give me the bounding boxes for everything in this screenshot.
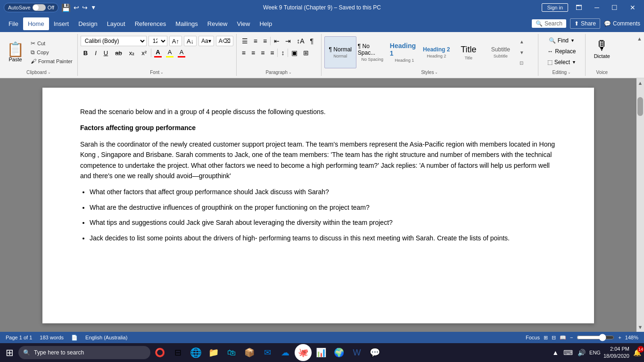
scrollbar[interactable]: ▲ ▼ — [636, 78, 644, 332]
align-left-button[interactable]: ≡ — [239, 48, 248, 58]
numbered-list-button[interactable]: ≡ — [251, 36, 260, 46]
view-read-icon[interactable]: 📖 — [560, 335, 566, 341]
select-button[interactable]: ⬚ Select ▼ — [545, 58, 579, 67]
change-case-button[interactable]: Aa▾ — [198, 36, 214, 46]
taskbar-chrome[interactable]: 🌍 — [330, 344, 347, 361]
document-scroll[interactable]: Read the scenario below and in a group o… — [0, 78, 636, 332]
menu-design[interactable]: Design — [74, 17, 102, 30]
taskbar-search-box[interactable]: 🔍 Type here to search — [18, 346, 150, 359]
keyboard-icon[interactable]: ⌨ — [562, 348, 574, 357]
menu-help[interactable]: Help — [255, 17, 277, 30]
line-spacing-button[interactable]: ↕ — [279, 48, 287, 58]
text-color-button[interactable]: A — [176, 48, 187, 58]
strikethrough-button[interactable]: ab — [112, 48, 124, 58]
document-page[interactable]: Read the scenario below and in a group o… — [42, 88, 594, 323]
multilevel-list-button[interactable]: ≡ — [261, 36, 269, 46]
styles-scroll-down[interactable]: ▼ — [519, 49, 525, 56]
font-grow-button[interactable]: A↑ — [169, 36, 182, 46]
up-arrow-icon[interactable]: ▲ — [551, 348, 560, 357]
dictate-button[interactable]: 🎙 Dictate — [592, 36, 612, 61]
undo-icon[interactable]: ↩ — [74, 4, 79, 11]
align-center-button[interactable]: ≡ — [249, 48, 257, 58]
font-shrink-button[interactable]: A↓ — [184, 36, 197, 46]
menu-mailings[interactable]: Mailings — [171, 17, 203, 30]
menu-view[interactable]: View — [232, 17, 255, 30]
replace-button[interactable]: ↔ Replace — [545, 47, 578, 56]
align-right-button[interactable]: ≡ — [258, 48, 267, 58]
ribbon-collapse-button[interactable]: 🗔 — [571, 2, 587, 13]
italic-button[interactable]: I — [92, 48, 99, 58]
focus-label[interactable]: Focus — [526, 335, 540, 340]
language-indicator[interactable]: ENG — [589, 350, 601, 355]
style-subtitle[interactable]: Subtitle Subtitle — [485, 36, 517, 68]
taskbar-task-view[interactable]: ⊟ — [169, 344, 186, 361]
style-nospace[interactable]: ¶ No Spac... No Spacing — [356, 36, 388, 68]
taskbar-teams[interactable]: 💬 — [366, 344, 383, 361]
view-print-icon[interactable]: ⊞ — [544, 335, 548, 341]
copy-button[interactable]: ⧉ Copy — [29, 48, 74, 57]
comments-button[interactable]: 💬 Comments — [604, 20, 640, 27]
bold-button[interactable]: B — [81, 48, 91, 58]
taskbar-azure[interactable]: ☁ — [277, 344, 294, 361]
style-heading2[interactable]: Heading 2 Heading 2 — [421, 36, 453, 68]
taskbar-edge[interactable]: 🌐 — [187, 344, 204, 361]
styles-scroll-up[interactable]: ▲ — [519, 38, 525, 45]
decrease-indent-button[interactable]: ⇤ — [272, 36, 282, 46]
taskbar-github[interactable]: 🐙 — [295, 344, 312, 361]
zoom-slider[interactable] — [577, 334, 614, 341]
notification-icon[interactable]: 🔔 14 — [632, 348, 642, 357]
save-icon[interactable]: 💾 — [61, 3, 71, 12]
maximize-button[interactable]: ☐ — [607, 2, 622, 13]
format-painter-button[interactable]: 🖌 Format Painter — [29, 57, 74, 66]
clear-format-button[interactable]: A⌫ — [216, 36, 233, 46]
zoom-in-icon[interactable]: + — [618, 335, 621, 340]
zoom-level[interactable]: 148% — [625, 335, 638, 340]
minimize-button[interactable]: ─ — [590, 2, 604, 13]
increase-indent-button[interactable]: ⇥ — [283, 36, 293, 46]
ribbon-collapse-icon[interactable]: ▲ — [637, 36, 642, 41]
editing-expand-icon[interactable]: ⌄ — [568, 70, 571, 74]
paragraph-label[interactable]: Paragraph ⌄ — [239, 69, 318, 76]
find-button[interactable]: 🔍 Find ▼ — [546, 36, 578, 45]
highlight-button[interactable]: A — [165, 48, 175, 58]
scrollbar-thumb[interactable] — [637, 97, 643, 116]
search-box[interactable]: 🔍 Search — [532, 19, 566, 28]
taskbar-time[interactable]: 2:04 PM 18/09/2020 — [603, 346, 629, 360]
signin-button[interactable]: Sign in — [542, 3, 568, 12]
clipboard-expand-icon[interactable]: ⌄ — [48, 70, 51, 74]
sort-button[interactable]: ↕A — [294, 36, 306, 46]
paragraph-expand-icon[interactable]: ⌄ — [289, 70, 292, 74]
share-button[interactable]: ⬆ Share — [570, 18, 600, 29]
scroll-up-arrow[interactable]: ▲ — [636, 78, 644, 88]
menu-file[interactable]: File — [4, 17, 23, 30]
language[interactable]: English (Australia) — [85, 335, 127, 340]
menu-insert[interactable]: Insert — [49, 17, 74, 30]
font-expand-icon[interactable]: ⌄ — [160, 70, 164, 74]
styles-expand-icon[interactable]: ⌄ — [435, 70, 438, 74]
cut-button[interactable]: ✂ Cut — [29, 39, 74, 48]
paste-button[interactable]: 📋 Paste — [3, 41, 28, 64]
style-title[interactable]: Title Title — [453, 36, 485, 68]
font-label[interactable]: Font ⌄ — [81, 69, 233, 76]
scroll-down-arrow[interactable]: ▼ — [636, 322, 644, 332]
menu-review[interactable]: Review — [203, 17, 232, 30]
customize-icon[interactable]: ▼ — [91, 4, 96, 11]
autosave-button[interactable]: AutoSave Off — [4, 3, 58, 12]
start-button[interactable]: ⊞ — [2, 345, 17, 360]
font-color-button[interactable]: A — [153, 48, 163, 58]
view-web-icon[interactable]: ⊟ — [552, 335, 556, 341]
show-marks-button[interactable]: ¶ — [307, 36, 316, 46]
taskbar-powerpoint[interactable]: 📊 — [313, 344, 330, 361]
autosave-toggle[interactable] — [33, 4, 46, 11]
taskbar-cortana[interactable]: ⭕ — [151, 344, 168, 361]
taskbar-dropbox[interactable]: 📦 — [241, 344, 258, 361]
taskbar-mail[interactable]: ✉ — [259, 344, 276, 361]
underline-button[interactable]: U — [101, 48, 111, 58]
menu-layout[interactable]: Layout — [102, 17, 130, 30]
shading-button[interactable]: ▣ — [289, 48, 300, 58]
subscript-button[interactable]: x₂ — [126, 48, 138, 58]
taskbar-store[interactable]: 🛍 — [223, 344, 240, 361]
menu-home[interactable]: Home — [23, 17, 49, 30]
taskbar-file-explorer[interactable]: 📁 — [205, 344, 222, 361]
borders-button[interactable]: ⊞ — [301, 48, 311, 58]
